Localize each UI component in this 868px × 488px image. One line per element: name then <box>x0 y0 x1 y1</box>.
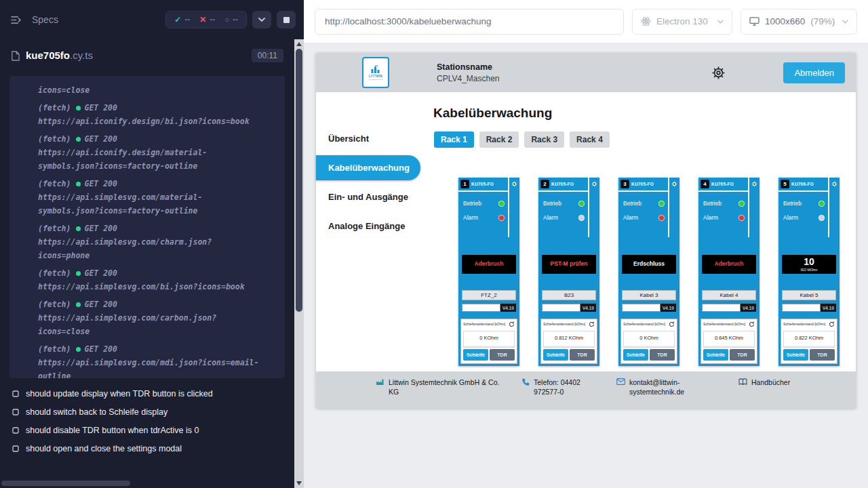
refresh-icon[interactable] <box>749 321 755 327</box>
specs-label: Specs <box>32 14 58 25</box>
logo-subtext: SYSTEMTECHNIK <box>368 79 382 81</box>
test-title[interactable]: should switch back to Schleife display <box>12 407 283 417</box>
device-name-field <box>462 304 500 312</box>
test-title[interactable]: should disable TDR button when tdrActive… <box>12 426 283 435</box>
browser-select[interactable]: Electron 130 <box>632 9 732 35</box>
tab-rack-4[interactable]: Rack 4 <box>570 131 610 148</box>
schleife-button[interactable]: Schleife <box>783 349 808 361</box>
log-entry[interactable]: icons=close <box>38 83 278 97</box>
runner-main: kue705fo.cy.ts 00:11 icons=close (fetch)… <box>0 39 294 488</box>
log-entry[interactable]: (fetch)GET 200 https://api.iconify.desig… <box>38 132 278 173</box>
log-entry[interactable]: (fetch)GET 200 https://api.simplesvg.com… <box>38 222 278 262</box>
horizontal-scrollbar[interactable] <box>0 479 294 488</box>
card-gear-icon[interactable] <box>831 181 837 237</box>
vertical-scrollbar[interactable] <box>294 39 304 488</box>
tdr-button[interactable]: TDR <box>810 349 835 361</box>
schleife-button[interactable]: Schleife <box>623 349 648 361</box>
card-gear-icon[interactable] <box>591 181 597 237</box>
collapse-button[interactable] <box>252 11 271 28</box>
chevron-down-icon <box>258 18 265 22</box>
device-card: 2 KÜ705-FO Betrieb Alarm <box>538 178 599 366</box>
spec-file-icon <box>11 51 20 61</box>
card-gear-icon[interactable] <box>751 181 757 237</box>
sidebar-item-kabelueberwachung[interactable]: Kabelüberwachung <box>316 155 420 180</box>
tab-rack-2[interactable]: Rack 2 <box>479 131 519 148</box>
schleife-button[interactable]: Schleife <box>703 349 728 361</box>
test-title[interactable]: should open and close the settings modal <box>12 444 283 453</box>
test-title[interactable]: should update display when TDR button is… <box>12 389 283 399</box>
tdr-button[interactable]: TDR <box>650 349 675 361</box>
measurement-value: 0 KOhm <box>463 331 515 348</box>
sidebar-item-uebersicht[interactable]: Übersicht <box>316 126 433 151</box>
card-gear-icon[interactable] <box>511 181 517 237</box>
iso-unit-label: ISO MOhm <box>800 268 817 272</box>
measurement-value: 0.812 KOhm <box>543 331 595 348</box>
alarm-label: Alarm <box>463 214 478 221</box>
browser-name: Electron 130 <box>656 16 708 26</box>
cable-name: Kabel 4 <box>702 290 756 300</box>
measurement-panel: Schleifenwiderstand [kOhm] 0 KOhm Schlei… <box>620 319 677 364</box>
tab-rack-1[interactable]: Rack 1 <box>434 131 474 148</box>
runner-header: Specs ✓-- ✕-- ○-- <box>0 0 304 39</box>
footer-phone[interactable]: Telefon: 04402 972577-0 <box>521 378 616 408</box>
stat-failed: ✕-- <box>199 15 215 24</box>
betrieb-led <box>738 201 745 207</box>
device-card: 3 KÜ705-FO Betrieb Alarm <box>618 178 679 366</box>
schleife-button[interactable]: Schleife <box>543 349 568 361</box>
command-log: icons=close (fetch)GET 200 https://api.i… <box>9 76 285 378</box>
footer-company: Littwin Systemtechnik GmbH & Co. KG <box>376 378 521 408</box>
preview-pane: Electron 130 1000x660 (79%) <box>304 0 868 488</box>
device-name-field <box>782 304 821 312</box>
scroll-up-arrow[interactable] <box>296 42 302 46</box>
stop-run-button[interactable] <box>277 11 296 28</box>
alarm-label: Alarm <box>783 214 798 221</box>
horizontal-scrollbar-thumb[interactable] <box>1 481 130 486</box>
footer-manuals-link[interactable]: Handbücher <box>738 378 790 408</box>
app-preview-area: LITTWIN SYSTEMTECHNIK Stationsname CPLV4… <box>304 43 868 488</box>
log-entry[interactable]: (fetch)GET 200 https://api.simplesvg.com… <box>38 342 278 378</box>
tdr-button[interactable]: TDR <box>490 349 515 361</box>
check-icon: ✓ <box>174 15 181 24</box>
alarm-label: Alarm <box>543 214 558 221</box>
status-ok-dot <box>76 182 81 186</box>
sidebar-item-ein-und-ausgaenge[interactable]: Ein- und Ausgänge <box>316 184 433 209</box>
status-ok-dot <box>76 271 81 276</box>
vertical-scrollbar-thumb[interactable] <box>296 49 302 312</box>
monitor-icon <box>749 17 760 26</box>
scroll-down-arrow[interactable] <box>296 481 302 485</box>
refresh-icon[interactable] <box>829 321 835 327</box>
app-frame: LITTWIN SYSTEMTECHNIK Stationsname CPLV4… <box>316 53 856 408</box>
status-ok-dot <box>76 302 81 307</box>
tdr-button[interactable]: TDR <box>570 349 595 361</box>
refresh-icon[interactable] <box>669 321 675 327</box>
log-entry[interactable]: (fetch)GET 200 https://api.simplesvg.com… <box>38 266 278 293</box>
settings-gear-icon[interactable] <box>711 65 726 81</box>
firmware-version: V4.19 <box>821 304 836 312</box>
sidebar-item-analoge-eingaenge[interactable]: Analoge Eingänge <box>316 214 433 239</box>
cable-name: Kabel 5 <box>782 290 836 300</box>
viewport-size: 1000x660 <box>765 16 805 26</box>
viewport-size-select[interactable]: 1000x660 (79%) <box>741 9 857 35</box>
device-name-field <box>622 304 660 312</box>
measurement-label: Schleifenwiderstand [kOhm] <box>623 321 665 326</box>
footer-email[interactable]: kontakt@littwin-systemtechnik.de <box>616 378 738 408</box>
schleife-button[interactable]: Schleife <box>463 349 488 361</box>
specs-menu-icon[interactable] <box>11 16 22 24</box>
url-input[interactable] <box>315 9 624 35</box>
device-model: KÜ705-FO <box>551 182 574 186</box>
spec-timer-badge: 00:11 <box>252 49 283 62</box>
log-entry[interactable]: (fetch)GET 200 https://api.simplesvg.com… <box>38 298 278 338</box>
refresh-icon[interactable] <box>589 321 595 327</box>
tab-rack-3[interactable]: Rack 3 <box>524 131 564 148</box>
logout-button[interactable]: Abmelden <box>783 62 845 83</box>
cable-name: Kabel 3 <box>622 290 676 300</box>
log-entry[interactable]: (fetch)GET 200 https://api.simplesvg.com… <box>38 177 278 218</box>
device-cards: 1 KÜ705-FO Betrieb Alarm <box>458 178 856 366</box>
tdr-button[interactable]: TDR <box>730 349 755 361</box>
spec-file-header[interactable]: kue705fo.cy.ts 00:11 <box>0 39 294 72</box>
card-gear-icon[interactable] <box>671 181 677 237</box>
log-entry[interactable]: (fetch)GET 200 https://api.iconify.desig… <box>38 101 278 128</box>
slot-number-badge: 3 <box>620 180 629 188</box>
alarm-led <box>658 215 665 221</box>
refresh-icon[interactable] <box>509 321 515 327</box>
